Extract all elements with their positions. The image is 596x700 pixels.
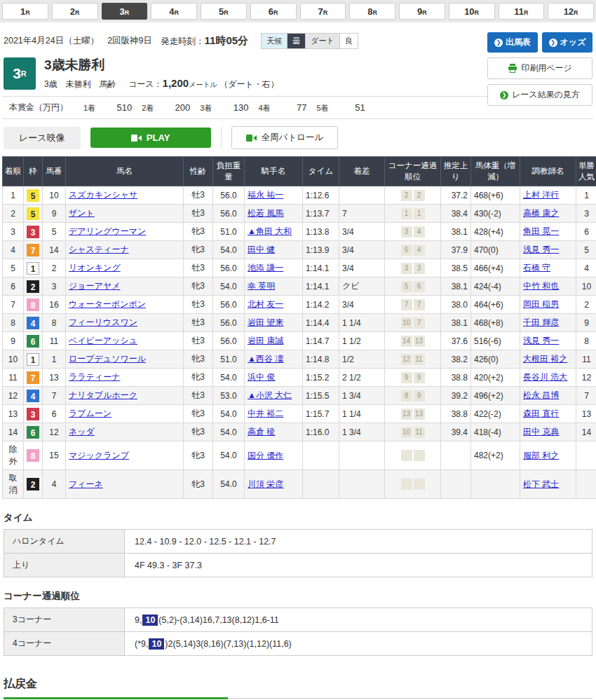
corner-3-value: 9,10(5,2)-(3,14)16,7,13(8,12)1,6-11 [125,608,592,632]
horse-weight: 496(+2) [471,387,520,405]
race-tab-4r[interactable]: 4R [151,3,197,20]
trainer-name-link[interactable]: 浅見 秀一 [523,245,559,254]
horse-weight: 468(+6) [471,186,520,205]
jockey-name-link[interactable]: 中井 裕二 [248,409,283,418]
horse-weight: 428(+4) [471,223,520,241]
trainer-name-link[interactable]: 長谷川 浩大 [523,372,567,382]
jockey-name-link[interactable]: 福永 祐一 [248,190,283,200]
trainer-name-link[interactable]: 森田 直行 [523,409,559,418]
furlong-time-value: 12.4 - 10.9 - 12.0 - 12.5 - 12.1 - 12.7 [125,530,592,554]
meet-info: 2回阪神9日 [107,35,152,47]
print-button[interactable]: 印刷用ページ [487,57,592,79]
frame-number-badge: 7 [27,244,39,256]
carried-weight: 56.0 [213,296,245,314]
jockey-name-link[interactable]: ▲西谷 凜 [248,354,283,364]
race-tab-5r[interactable]: 5R [201,3,247,20]
horse-number: 4 [43,470,66,499]
play-button[interactable]: PLAY [90,128,211,148]
horse-name-link[interactable]: ウォーターボンボン [69,299,146,309]
trainer-name-link[interactable]: 千田 輝彦 [523,317,559,327]
trainer-name-link[interactable]: 大根田 裕之 [523,354,567,364]
column-header: 単勝人気 [576,157,596,186]
horse-name-link[interactable]: ジョーアヤメ [69,281,120,291]
race-tab-9r[interactable]: 9R [399,3,445,20]
trainer-name-link[interactable]: 高橋 康之 [523,208,559,218]
horse-name-link[interactable]: ラブムーン [69,409,111,418]
results-guide-label: レース結果の見方 [512,89,580,101]
horse-name-link[interactable]: リオンキング [69,263,121,273]
jockey-name-link[interactable]: ▲小沢 大仁 [248,390,292,400]
jockey-name-link[interactable]: 北村 友一 [248,299,283,309]
trainer-name-link[interactable]: 上村 洋行 [523,190,559,200]
race-tab-3r[interactable]: 3R [102,3,148,20]
trainer-name-link[interactable]: 石橋 守 [523,263,550,273]
horse-weight: 418(-4) [471,423,520,441]
trainer-name-link[interactable]: 田中 克典 [523,427,559,437]
results-guide-button[interactable]: ❯ レース結果の見方 [487,84,592,106]
race-tab-8r[interactable]: 8R [349,3,395,20]
jockey-name-link[interactable]: ▲角田 大和 [248,226,292,236]
race-tab-2r[interactable]: 2R [52,3,98,20]
jockey-cell: ▲西谷 凜 [245,350,303,369]
horse-number: 13 [43,369,66,387]
race-tab-10r[interactable]: 10R [449,3,495,20]
horse-name-link[interactable]: ベイビーアッシュ [69,336,137,345]
tab-suffix: R [174,9,179,16]
race-tab-7r[interactable]: 7R [300,3,346,20]
win-favorite-rank [576,470,596,499]
trainer-cell: 角田 晃一 [520,223,576,241]
trainer-name-link[interactable]: 浅見 秀一 [523,336,559,345]
race-tab-1r[interactable]: 1R [2,3,48,20]
trainer-name-link[interactable]: 松下 武士 [523,479,559,489]
win-favorite-rank: 14 [576,423,596,441]
trainer-name-link[interactable]: 岡田 稲男 [523,299,559,309]
finish-time: 1:15.7 [303,405,339,423]
jockey-name-link[interactable]: 高倉 稜 [248,427,275,437]
horse-name-link[interactable]: フィーネ [69,479,103,489]
race-tab-6r[interactable]: 6R [250,3,297,20]
horse-name-link[interactable]: シャスティーナ [69,245,129,254]
jockey-name-link[interactable]: 池添 謙一 [248,263,283,273]
finish-time [303,470,339,499]
action-buttons: ❯ 出馬表 ❯ オッズ 印刷用ページ ❯ レース結果の見方 [487,32,592,106]
corner-position-box: 13 [414,336,425,347]
horse-name-link[interactable]: デアリングウーマン [69,226,146,236]
last-3f: 38.2 [441,350,471,369]
trainer-name-link[interactable]: 中竹 和也 [523,281,559,291]
trainer-name-link[interactable]: 松永 昌博 [523,390,559,400]
horse-name-link[interactable]: マジックランプ [69,451,129,460]
trainer-name-link[interactable]: 角田 晃一 [523,226,559,236]
horse-weight: 426(0) [471,350,520,369]
horse-name-link[interactable]: ララティーナ [69,372,120,382]
race-tab-12r[interactable]: 12R [548,3,594,20]
jockey-name-link[interactable]: 浜中 俊 [248,372,275,382]
jockey-name-link[interactable]: 川須 栄彦 [248,479,283,489]
jockey-name-link[interactable]: 幸 英明 [248,281,275,291]
jockey-name-link[interactable]: 岩田 望来 [248,317,283,327]
corner-position-box: 7 [414,317,425,329]
jockey-name-link[interactable]: 岩田 康誠 [248,336,283,345]
horse-name-link[interactable]: ローブデュソワール [69,354,146,364]
horse-name-link[interactable]: ナリタブルホーク [69,390,137,400]
odds-button[interactable]: ❯ オッズ [542,32,592,53]
frame-number-badge: 1 [27,353,39,366]
horse-name-cell: ローブデュソワール [66,350,184,369]
horse-name-link[interactable]: スズカキンシャサ [69,190,137,200]
entries-button[interactable]: ❯ 出馬表 [487,32,538,53]
result-row: 1011ローブデュソワール牝351.0▲西谷 凜1:14.81/2121138.… [3,350,596,369]
frame-cell: 8 [24,441,43,470]
trainer-name-link[interactable]: 服部 利之 [523,451,559,460]
win-favorite-rank: 12 [576,369,596,387]
corner-position-box: 9 [414,372,425,383]
jockey-name-link[interactable]: 松若 風馬 [248,208,283,218]
frame-cell: 7 [24,369,43,387]
horse-name-link[interactable]: ザント [69,208,95,218]
column-header: 負担重量 [213,157,245,186]
patrol-video-button[interactable]: 全周パトロール [231,126,339,149]
jockey-name-link[interactable]: 田中 健 [248,245,275,254]
jockey-name-link[interactable]: 国分 優作 [248,451,283,460]
race-number-suffix: R [21,69,27,78]
race-tab-11r[interactable]: 11R [499,3,545,20]
horse-name-link[interactable]: フィーリウスワン [69,317,137,327]
horse-name-link[interactable]: ネッダ [69,427,95,437]
